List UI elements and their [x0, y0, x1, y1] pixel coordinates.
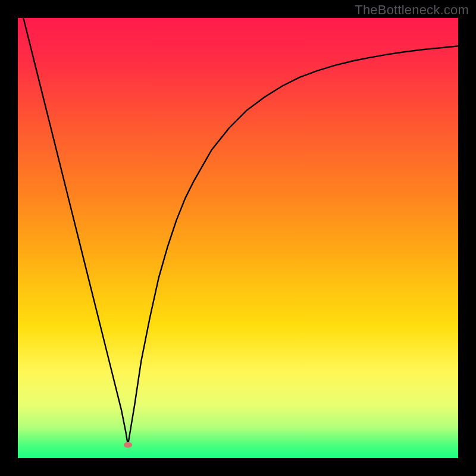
watermark-text: TheBottleneck.com [355, 2, 469, 18]
plot-area [18, 18, 458, 458]
minimum-marker [124, 442, 132, 448]
bottleneck-chart [18, 18, 458, 458]
gradient-background [18, 18, 458, 458]
chart-frame: TheBottleneck.com [0, 0, 476, 476]
